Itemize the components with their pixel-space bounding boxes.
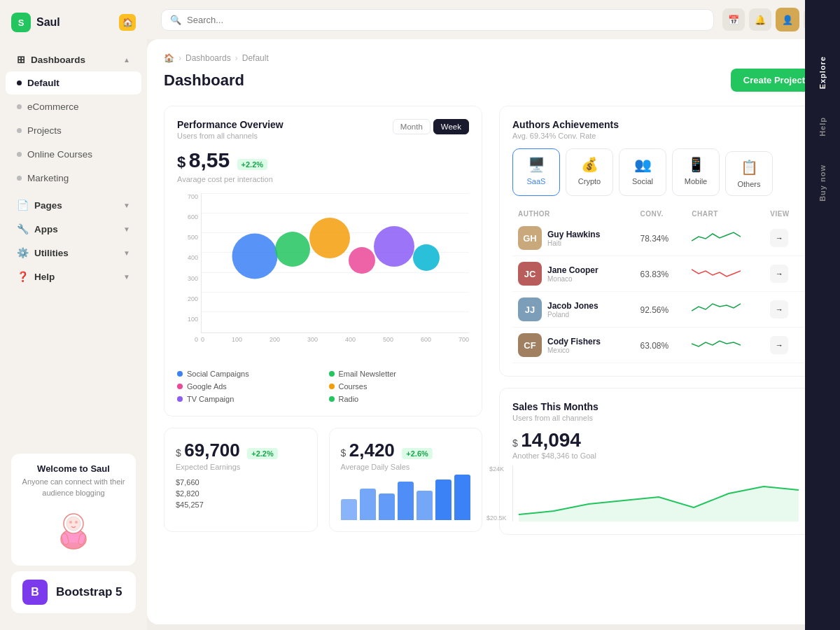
mini-bar-chart [341, 478, 471, 520]
side-panel-buy-now[interactable]: Buy now [813, 150, 832, 216]
sales-this-month-card: Sales This Months Users from all channel… [499, 388, 818, 535]
col-view: VIEW [764, 207, 804, 220]
chart-legend: Social Campaigns Email Newsletter Google… [177, 370, 469, 403]
sidebar-item-ecommerce[interactable]: eCommerce [6, 95, 141, 118]
calendar-icon[interactable]: 📅 [722, 8, 745, 31]
help-menu-item[interactable]: ❓ Help ▼ [6, 265, 141, 288]
bubble-email [275, 232, 310, 267]
sidebar-toggle-button[interactable]: 🏠 [119, 14, 136, 31]
help-icon: ❓ [17, 271, 29, 282]
avatar-jane: JC [518, 262, 542, 286]
ecommerce-dot [17, 104, 22, 109]
pages-chevron: ▼ [123, 202, 130, 209]
conv-cody: 63.08% [640, 341, 668, 351]
author-info-cody: CF Cody Fishers Mexico [518, 333, 629, 357]
mobile-icon: 📱 [687, 156, 705, 173]
tab-saas[interactable]: 🖥️ SaaS [512, 148, 560, 196]
apps-icon: 🔧 [17, 223, 29, 234]
metric-value: 8,55 [189, 148, 230, 172]
sidebar-header: S Saul 🏠 [0, 0, 147, 45]
daily-sales-currency: $ [341, 447, 346, 458]
sparkline-jane [692, 264, 741, 281]
apps-menu-item[interactable]: 🔧 Apps ▼ [6, 218, 141, 240]
perf-title: Performance Overview [177, 119, 284, 130]
user-avatar[interactable]: 👤 [776, 8, 799, 31]
perf-header: Performance Overview Users from all chan… [177, 119, 469, 140]
table-row: JC Jane Cooper Monaco 63.83% [512, 256, 804, 292]
view-btn-jacob[interactable]: → [770, 300, 788, 318]
svg-point-6 [69, 521, 72, 524]
bubble-social [232, 233, 278, 279]
authors-subtitle: Avg. 69.34% Conv. Rate [512, 132, 804, 140]
legend-radio: Radio [329, 395, 470, 403]
avatar-guy: GH [518, 226, 542, 250]
sidebar-item-projects[interactable]: Projects [6, 119, 141, 142]
sales-subtitle: Users from all channels [512, 414, 804, 422]
performance-overview-card: Performance Overview Users from all chan… [164, 106, 482, 416]
tab-others[interactable]: 📋 Others [725, 151, 773, 196]
notifications-icon[interactable]: 🔔 [749, 8, 771, 31]
topbar: 🔍 📅 🔔 👤 ⚙️ [147, 0, 840, 39]
tab-week[interactable]: Week [433, 119, 469, 134]
utilities-chevron: ▼ [123, 249, 130, 257]
logo-icon: S [11, 13, 31, 32]
table-row: JJ Jacob Jones Poland 92.56% [512, 292, 804, 328]
tab-month[interactable]: Month [393, 119, 430, 134]
astronaut-illustration [46, 504, 102, 553]
legend-tv-campaign: TV Campaign [177, 395, 318, 403]
pages-label: Pages [34, 200, 62, 211]
marketing-label: Marketing [27, 173, 69, 183]
sparkline-cody [692, 335, 741, 352]
legend-email-newsletter: Email Newsletter [329, 370, 470, 378]
expected-earnings-card: $ 69,700 +2.2% Expected Earnings $7,660 … [164, 428, 318, 532]
sparkline-guy [692, 228, 741, 245]
side-panel-help[interactable]: Help [813, 103, 832, 150]
sidebar-item-marketing[interactable]: Marketing [6, 167, 141, 190]
perf-tab-group: Month Week [393, 119, 469, 134]
side-panels: Explore Help Buy now [805, 0, 840, 630]
sales-chart-svg [513, 465, 804, 522]
bubble-radio [413, 244, 440, 271]
view-btn-cody[interactable]: → [770, 336, 788, 354]
bar-7 [454, 475, 470, 520]
svg-point-2 [66, 517, 80, 531]
avatar-cody: CF [518, 333, 542, 357]
tab-social[interactable]: 👥 Social [619, 148, 666, 196]
right-column: Authors Achievements Avg. 69.34% Conv. R… [499, 106, 818, 535]
col-conv: CONV. [634, 207, 686, 220]
metric-badge: +2.2% [237, 159, 268, 170]
breadcrumb-current: Default [242, 53, 269, 63]
utilities-menu-item[interactable]: ⚙️ Utilities ▼ [6, 241, 141, 264]
apps-label: Apps [34, 224, 58, 234]
pages-menu-item[interactable]: 📄 Pages ▼ [6, 194, 141, 216]
content-area: 🏠 › Dashboards › Default Dashboard Creat… [147, 39, 834, 624]
view-btn-jane[interactable]: → [770, 265, 788, 283]
sidebar-item-online-courses[interactable]: Online Courses [6, 143, 141, 166]
author-info-guy: GH Guy Hawkins Haiti [518, 226, 629, 250]
svg-point-7 [75, 521, 78, 524]
earnings-label: Expected Earnings [176, 463, 306, 471]
col-author: AUTHOR [512, 207, 634, 220]
help-label: Help [34, 272, 55, 282]
sidebar-item-default[interactable]: Default [6, 71, 141, 94]
utilities-label: Utilities [34, 248, 69, 258]
breadcrumb-dashboards[interactable]: Dashboards [186, 53, 231, 63]
bootstrap-icon: B [22, 580, 48, 605]
search-box[interactable]: 🔍 [161, 9, 714, 31]
welcome-card: Welcome to Saul Anyone can connect with … [11, 454, 136, 566]
search-input[interactable] [187, 15, 705, 25]
default-label: Default [27, 78, 59, 88]
author-name-jane: Jane Cooper [547, 265, 598, 275]
legend-google-ads: Google Ads [177, 382, 318, 391]
sales-value: 14,094 [521, 429, 581, 451]
side-panel-explore[interactable]: Explore [813, 42, 832, 103]
bar-3 [379, 493, 395, 520]
bubble-chart-area [201, 193, 469, 333]
tab-mobile[interactable]: 📱 Mobile [672, 148, 720, 196]
bubble-google [309, 218, 350, 258]
tab-crypto[interactable]: 💰 Crypto [566, 148, 613, 196]
pages-icon: 📄 [17, 200, 29, 211]
dashboards-menu-item[interactable]: ⊞ Dashboards ▲ [6, 48, 141, 71]
view-btn-guy[interactable]: → [770, 229, 788, 247]
sales-goal-label: Another $48,346 to Goal [512, 451, 804, 460]
